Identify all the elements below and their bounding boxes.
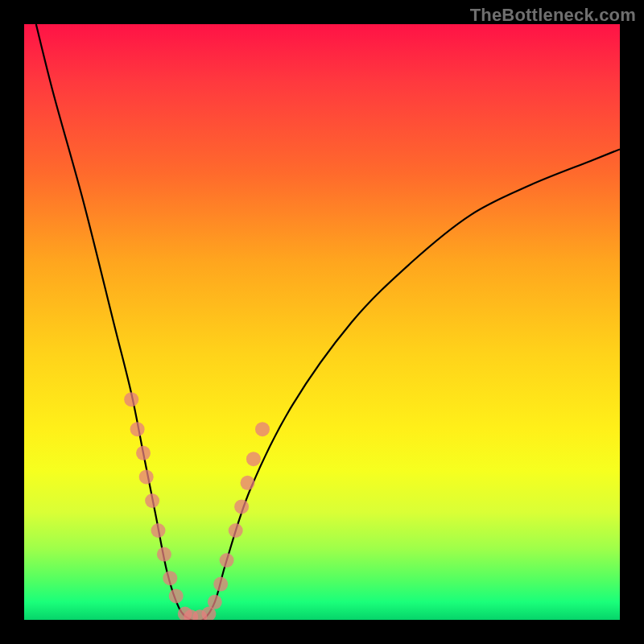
- reference-dot: [246, 452, 261, 466]
- reference-dot: [157, 547, 171, 562]
- reference-dot: [163, 571, 177, 585]
- reference-dot: [208, 595, 222, 609]
- reference-dot: [220, 553, 234, 568]
- reference-dot: [124, 392, 138, 407]
- chart-svg: [24, 24, 620, 620]
- plot-area: [24, 24, 620, 620]
- reference-dot: [255, 422, 270, 436]
- reference-dot: [234, 499, 249, 514]
- reference-dot: [151, 523, 166, 538]
- reference-dot: [145, 493, 159, 508]
- reference-dot: [241, 476, 255, 490]
- reference-dot: [213, 577, 228, 592]
- reference-dot: [136, 446, 151, 460]
- reference-dot: [130, 422, 145, 436]
- reference-dot: [169, 588, 184, 603]
- reference-dots-group: [124, 392, 270, 620]
- reference-dot: [139, 469, 154, 484]
- watermark-text: TheBottleneck.com: [470, 5, 636, 26]
- chart-container: TheBottleneck.com: [0, 0, 644, 644]
- bottleneck-curve: [36, 24, 620, 620]
- reference-dot: [229, 523, 243, 538]
